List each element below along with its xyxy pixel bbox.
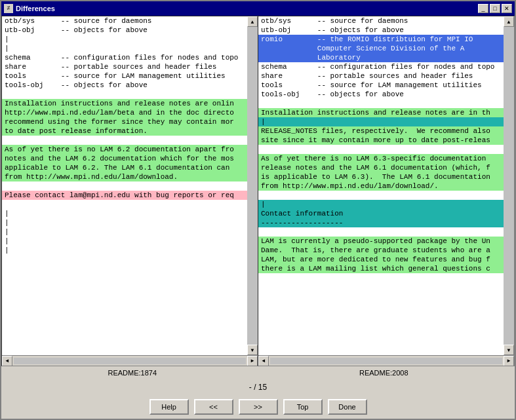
line: there is a LAM mailing list which genera… xyxy=(258,264,504,273)
diff-panels: otb/sys -- source for daemonsutb-obj -- … xyxy=(1,16,515,366)
line: Please contact lam@mpi.nd.edu with bug r… xyxy=(2,191,247,200)
line: | xyxy=(2,209,247,218)
line: RELEASE_NOTES files, respectively. We re… xyxy=(258,126,504,136)
right-panel-scroll[interactable]: otb/sys -- source for daemonsutb-obj -- … xyxy=(258,16,504,355)
line: from http://www.mpi.nd.edu/lam/download. xyxy=(2,172,247,181)
line: | xyxy=(2,44,247,53)
line: | xyxy=(258,200,504,209)
content-area: otb/sys -- source for daemonsutb-obj -- … xyxy=(1,16,515,419)
left-scroll-up[interactable]: ▲ xyxy=(247,16,258,27)
line xyxy=(258,99,504,108)
line xyxy=(258,191,504,200)
line: from http://www.mpi.nd.edu/lam/download/… xyxy=(258,181,504,191)
line: | xyxy=(2,246,247,255)
close-button[interactable]: ✕ xyxy=(502,4,512,13)
line xyxy=(2,200,247,209)
right-hscroll-track[interactable] xyxy=(270,358,502,364)
left-diff-panel: otb/sys -- source for daemonsutb-obj -- … xyxy=(1,16,258,366)
right-hscroll-right[interactable]: ► xyxy=(504,356,514,366)
left-status: README:1874 xyxy=(7,369,258,377)
line: LAM, but are more dedicated to new featu… xyxy=(258,255,504,264)
prev-button[interactable]: << xyxy=(194,399,233,415)
line: | xyxy=(258,117,504,126)
left-vscroll-track[interactable] xyxy=(247,27,258,345)
titlebar: ≠ Differences _ □ ✕ xyxy=(1,1,515,16)
line: | xyxy=(2,218,247,227)
line: As of yet there is no LAM 6.3-specific d… xyxy=(258,154,504,163)
right-diff-panel: otb/sys -- source for daemonsutb-obj -- … xyxy=(258,16,515,366)
help-button[interactable]: Help xyxy=(149,399,189,415)
line: to date post release information. xyxy=(2,126,247,136)
right-vscroll-track[interactable] xyxy=(504,27,514,345)
line: tools -- source for LAM management utili… xyxy=(258,81,504,90)
line: tools-obj -- objects for above xyxy=(258,90,504,99)
line: recommend using the former since they ma… xyxy=(2,117,247,126)
line: | xyxy=(2,237,247,246)
line: LAM is currently a pseudo-supported pack… xyxy=(258,237,504,246)
left-hscroll[interactable]: ◄ ► xyxy=(2,355,258,366)
line xyxy=(258,145,504,154)
button-bar: Help << >> Top Done xyxy=(1,395,515,419)
line: notes and the LAM 6.2 documentation whic… xyxy=(2,154,247,163)
line: otb/sys -- source for daemons xyxy=(2,16,247,26)
line: Contact information xyxy=(258,209,504,218)
window-icon: ≠ xyxy=(4,4,13,13)
line: share -- portable sources and header fil… xyxy=(2,62,247,71)
main-window: ≠ Differences _ □ ✕ otb/sys -- source fo… xyxy=(0,0,516,420)
line: romio -- the ROMIO distribtuion for MPI … xyxy=(258,35,504,44)
line: otb/sys -- source for daemons xyxy=(258,16,504,26)
line: tools-obj -- objects for above xyxy=(2,81,247,90)
maximize-button[interactable]: □ xyxy=(490,4,500,13)
line: release notes and the LAM 6.1 documentat… xyxy=(258,163,504,172)
line xyxy=(258,227,504,237)
line xyxy=(2,181,247,191)
next-button[interactable]: >> xyxy=(239,399,278,415)
titlebar-buttons: _ □ ✕ xyxy=(478,4,512,13)
line: is applicable to LAM 6.3). The LAM 6.1 d… xyxy=(258,172,504,181)
line: Computer Science Division of the A xyxy=(258,44,504,53)
line: | xyxy=(2,35,247,44)
nav-bar: - / 15 xyxy=(1,379,515,395)
nav-total: 15 xyxy=(258,383,267,392)
left-vscroll[interactable]: ▲ ▼ xyxy=(247,16,258,355)
window-title: Differences xyxy=(16,5,478,12)
line: tools -- source for LAM management utili… xyxy=(2,71,247,81)
right-scroll-down[interactable]: ▼ xyxy=(504,345,514,355)
line: applicable to LAM 6.2. The LAM 6.1 docum… xyxy=(2,163,247,172)
right-status: README:2008 xyxy=(258,369,510,377)
left-hscroll-right[interactable]: ► xyxy=(247,356,258,366)
left-panel-content: otb/sys -- source for daemonsutb-obj -- … xyxy=(2,16,247,255)
line: share -- portable sources and header fil… xyxy=(258,71,504,81)
line: utb-obj -- objects for above xyxy=(2,26,247,35)
line: ------------------- xyxy=(258,218,504,227)
right-panel-content: otb/sys -- source for daemonsutb-obj -- … xyxy=(258,16,504,273)
line: | xyxy=(2,227,247,237)
done-button[interactable]: Done xyxy=(328,399,367,415)
right-hscroll[interactable]: ◄ ► xyxy=(258,355,514,366)
right-scroll-up[interactable]: ▲ xyxy=(504,16,514,27)
line: http://www.mpi.nd.edu/lam/beta and in th… xyxy=(2,108,247,117)
line: schema -- configuration files for nodes … xyxy=(258,62,504,71)
top-button[interactable]: Top xyxy=(283,399,323,415)
left-scroll-down[interactable]: ▼ xyxy=(247,345,258,355)
line: utb-obj -- objects for above xyxy=(258,26,504,35)
line: Installation instructions and release no… xyxy=(258,108,504,117)
line: Dame. That is, there are graduate studen… xyxy=(258,246,504,255)
minimize-button[interactable]: _ xyxy=(478,4,488,13)
line: Laboratory xyxy=(258,53,504,62)
right-hscroll-left[interactable]: ◄ xyxy=(258,356,269,366)
left-panel-scroll[interactable]: otb/sys -- source for daemonsutb-obj -- … xyxy=(2,16,247,355)
left-hscroll-left[interactable]: ◄ xyxy=(2,356,12,366)
line: Installation instructions and release no… xyxy=(2,99,247,108)
line: schema -- configuration files for nodes … xyxy=(2,53,247,62)
left-hscroll-track[interactable] xyxy=(14,358,246,364)
status-bar: README:1874 README:2008 xyxy=(1,366,515,379)
right-vscroll[interactable]: ▲ ▼ xyxy=(504,16,514,355)
line: As of yet there is no LAM 6.2 documentat… xyxy=(2,145,247,154)
line: site since it may contain more up to dat… xyxy=(258,136,504,145)
line xyxy=(2,90,247,99)
line xyxy=(2,136,247,145)
